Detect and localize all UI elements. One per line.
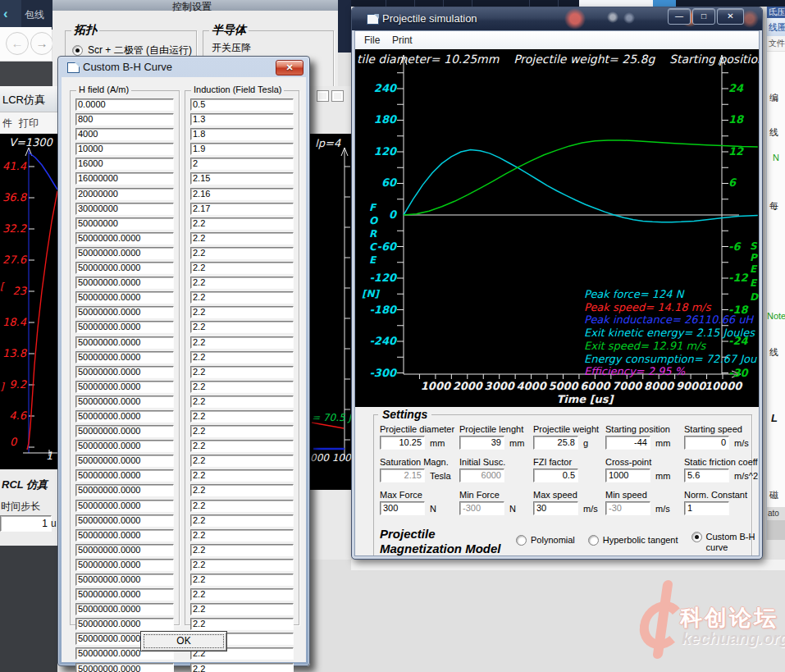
h-field-row[interactable]: 50000000.0000 [75,232,174,245]
field-input[interactable]: 300 [380,501,425,515]
induction-row[interactable]: 2.2 [190,351,294,363]
induction-row[interactable]: 2.2 [190,381,294,393]
h-field-row[interactable]: 50000000.0000 [75,514,174,527]
h-field-row[interactable]: 50000000.0000 [75,618,174,630]
h-field-row[interactable]: 50000000.0000 [75,351,174,363]
h-field-row[interactable]: 50000000.0000 [75,366,174,378]
h-field-row[interactable]: 50000000.0000 [75,529,174,542]
menu-print[interactable]: Print [392,34,413,46]
h-field-row[interactable]: 50000000.0000 [75,381,174,393]
h-field-row[interactable]: 0.0000 [75,98,174,111]
minimize-button[interactable]: — [668,8,691,25]
menu-print[interactable]: 打印 [19,117,39,130]
induction-row[interactable]: 2.2 [190,588,294,601]
h-field-row[interactable]: 50000000.0000 [75,440,174,452]
h-field-row[interactable]: 50000000.0000 [75,588,174,601]
induction-row[interactable]: 2.2 [190,500,294,512]
h-field-row[interactable]: 16000000 [75,172,174,185]
induction-row[interactable]: 2.2 [190,336,294,349]
induction-row[interactable]: 2.2 [190,484,294,496]
induction-row[interactable]: 2.2 [190,395,294,408]
h-field-row[interactable]: 50000000.0000 [75,321,174,333]
induction-row[interactable]: 1.9 [190,143,294,155]
induction-row[interactable]: 2.2 [190,514,294,527]
h-field-row[interactable]: 50000000.0000 [75,544,174,556]
radio-polynomial[interactable]: Polynomial [516,535,575,546]
h-field-row[interactable]: 50000000.0000 [75,291,174,304]
induction-row[interactable]: 2.16 [190,188,294,200]
h-field-row[interactable]: 50000000.0000 [75,500,174,512]
h-field-row[interactable]: 30000000 [75,203,174,215]
lcr-titlebar[interactable]: LCR仿真 [0,86,57,112]
field-input[interactable]: 25.8 [533,436,578,450]
side-app-title[interactable]: 氐压 [767,7,785,18]
maximize-icon[interactable] [331,90,344,102]
induction-row[interactable]: 2.2 [190,366,294,378]
h-field-row[interactable]: 50000000.0000 [75,559,174,571]
field-input[interactable]: 5.6 [684,469,729,482]
radio-custom-b-h-curve[interactable]: Custom B-Hcurve [691,532,755,553]
menu-file-partial[interactable]: 件 [2,117,12,130]
close-button[interactable]: ✕ [717,8,744,25]
h-field-row[interactable]: 50000000.0000 [75,336,174,349]
back-button[interactable]: ← [6,32,29,55]
control-settings-titlebar[interactable]: 控制设置 [52,0,338,11]
induction-row[interactable]: 2.2 [190,262,294,274]
h-field-row[interactable]: 50000000.0000 [75,603,174,615]
menu-file[interactable]: File [364,34,380,46]
induction-row[interactable]: 2.2 [190,440,294,452]
induction-row[interactable]: 2.2 [190,618,294,630]
h-field-row[interactable]: 50000000.0000 [75,574,174,586]
induction-row[interactable]: 2.2 [190,559,294,571]
induction-row[interactable]: 2.2 [190,469,294,482]
field-input[interactable]: 1000 [605,469,650,482]
induction-row[interactable]: 2.2 [190,544,294,556]
induction-row[interactable]: 2.2 [190,455,294,467]
h-field-row[interactable]: 800 [75,113,174,126]
taskbar[interactable] [351,0,785,7]
h-field-row[interactable]: 20000000 [75,188,174,200]
forward-button[interactable]: → [30,32,53,55]
induction-row[interactable]: 2.2 [190,306,294,318]
radio-circle[interactable] [691,532,702,542]
induction-row[interactable]: 2.2 [190,247,294,259]
dialog-close-button[interactable]: ✕ [276,60,304,75]
h-field-row[interactable]: 10000 [75,143,174,155]
h-field-row[interactable]: 50000000.0000 [75,425,174,437]
induction-row[interactable]: 2.15 [190,172,294,185]
induction-row[interactable]: 2.2 [190,232,294,245]
h-field-row[interactable]: 50000000.0000 [75,455,174,467]
chevron-left-icon[interactable]: ‹ [3,6,8,22]
radio-scr-diode[interactable] [72,45,83,56]
ok-button[interactable]: OK [140,631,227,651]
field-input[interactable]: 30 [533,501,578,515]
induction-row[interactable]: 2.2 [190,217,294,230]
h-field-row[interactable]: 50000000 [75,217,174,230]
induction-row[interactable]: 2.2 [190,574,294,586]
induction-row[interactable]: 1.8 [190,128,294,140]
h-field-row[interactable]: 50000000.0000 [75,663,174,672]
induction-row[interactable]: 2.17 [190,203,294,215]
induction-row[interactable]: 2 [190,158,294,170]
h-field-row[interactable]: 50000000.0000 [75,247,174,259]
h-field-row[interactable]: 50000000.0000 [75,469,174,482]
h-field-row[interactable]: 50000000.0000 [75,277,174,289]
time-step-input[interactable]: 1 [0,515,52,532]
induction-row[interactable]: 0.5 [190,98,294,111]
induction-row[interactable]: 2.2 [190,410,294,423]
field-input[interactable]: -44 [605,436,650,450]
induction-row[interactable]: 2.2 [190,663,294,672]
radio-hyperbolic-tangent[interactable]: Hyperbolic tangent [588,535,678,546]
induction-row[interactable]: 1.3 [190,113,294,126]
restore-icon[interactable] [317,90,329,102]
induction-row[interactable]: 2.2 [190,321,294,333]
field-input[interactable]: 0.5 [533,469,578,482]
field-input[interactable]: 0 [684,436,729,450]
induction-row[interactable]: 2.2 [190,603,294,615]
field-input[interactable]: 39 [459,436,504,450]
radio-circle[interactable] [516,535,527,546]
field-input[interactable]: 1 [684,501,729,515]
taskbar-item[interactable] [653,0,676,7]
h-field-row[interactable]: 50000000.0000 [75,484,174,496]
field-input[interactable]: 10.25 [380,436,425,450]
